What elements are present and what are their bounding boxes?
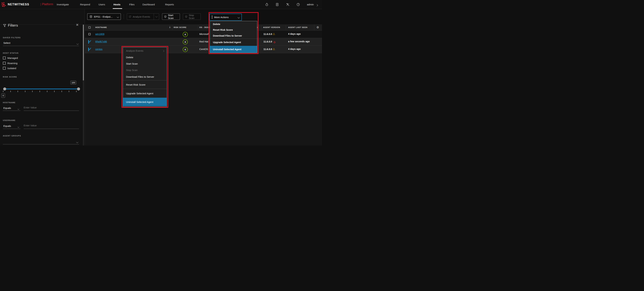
menu-item-stop-scan[interactable]: Stop Scan [123,67,166,73]
menu-item-uninstall-agent[interactable]: Uninstall Selected Agent [123,98,166,106]
risk-score-badge: 0 [183,40,188,44]
roaming-checkbox-icon[interactable] [3,62,6,64]
menu-item-upgrade-agent[interactable]: Upgrade Selected Agent [123,89,166,98]
service-selector-button[interactable]: EPS1 - Endpoi... [87,14,121,20]
col-hostname[interactable]: HOSTNAME [95,26,107,28]
nav-item-investigate[interactable]: Investigate [57,3,69,6]
jobs-icon[interactable] [275,3,279,6]
more-actions-button[interactable]: More Actions [210,14,242,21]
row-checkbox[interactable] [88,33,90,35]
menu-item-analyze-events[interactable]: Analyze Events [123,47,166,54]
close-filters-icon[interactable]: ✕ [76,23,79,27]
hostname-operator-chevron-icon[interactable] [18,107,19,110]
help-icon[interactable]: ? [296,3,300,6]
stop-scan-button[interactable]: Stop Scan [183,14,201,20]
saved-filters-underline [3,46,79,46]
risk-score-max-value: 100 [70,81,76,84]
risk-score-min-value: 0 [1,94,5,98]
slider-tick [69,90,69,92]
slider-tick [32,90,32,92]
service-chevron-icon [117,15,119,18]
top-nav: NETWITNESS | Platform Investigate Respon… [0,0,322,9]
menu-item-delete[interactable]: Delete [123,54,166,60]
risk-slider-track[interactable] [5,88,78,89]
checkbox-managed[interactable]: Managed [3,56,18,60]
risk-slider-handle-min[interactable] [3,88,6,90]
service-selector-label: EPS1 - Endpoi... [94,15,112,18]
admin-tools-icon[interactable] [286,3,290,6]
username-operator-chevron-icon[interactable] [18,125,19,128]
column-settings-gear-icon[interactable]: ⚙ [316,26,319,29]
nav-item-files[interactable]: Files [129,3,134,6]
saved-filters-select[interactable]: Select [3,42,10,44]
saved-filters-chevron-icon[interactable] [77,42,78,45]
menu-item-reset-risk-score[interactable]: Reset Risk Score [123,80,166,89]
user-menu-chevron-icon [316,4,318,7]
col-os-desc[interactable]: OS - DESC [199,26,210,28]
nav-item-reports[interactable]: Reports [165,3,174,6]
isolated-checkbox-icon[interactable] [3,67,6,70]
row-checkbox-checked[interactable] [88,48,89,51]
stopwatch-icon[interactable] [265,3,269,6]
menu-item-download-files[interactable]: Download Files to Server [210,33,257,38]
row-context-menu: Analyze Events Delete Start Scan Stop Sc… [123,47,167,107]
table-row[interactable]: centos 0 CentOS r 11.6.0.0 ⚠ 4 days ago [85,46,322,53]
checkbox-roaming[interactable]: Roaming [3,62,18,64]
warning-triangle-icon: ⚠ [273,48,275,50]
menu-item-uninstall-agent[interactable]: Uninstall Selected Agent [210,46,257,53]
analyze-events-label: Analyze Events [133,15,150,18]
last-seen-cell: 4 days ago [288,48,301,50]
col-agent-version[interactable]: AGENT VERSION [263,26,280,28]
nav-item-hosts[interactable]: Hosts [114,3,120,6]
sort-desc-icon[interactable]: ↓ [169,26,171,29]
hostname-value-input[interactable] [24,106,77,109]
analyze-events-button[interactable]: Analyze Events [127,14,159,20]
submenu-chevron-icon [162,49,164,52]
nav-item-respond[interactable]: Respond [80,3,90,6]
analyze-events-chevron[interactable] [154,14,159,20]
os-cell: CentOS r [199,48,210,50]
slider-tick [18,90,18,92]
more-actions-chevron-icon [238,16,240,19]
menu-item-download-files[interactable]: Download Files to Server [123,73,166,80]
hostname-link[interactable]: centos [95,48,102,50]
table-row[interactable]: Rhel67x86 0 Red Hat 11.6.0.0 ! a few sec… [85,38,322,46]
hostname-link[interactable]: win1809 [95,33,104,36]
stop-scan-label: Stop Scan [189,14,199,20]
select-all-checkbox[interactable] [88,26,90,28]
agent-version-cell: 11.6.0.0 [264,48,272,50]
slider-tick [76,90,76,92]
col-agent-last-seen[interactable]: AGENT LAST SEEN [288,26,308,28]
nav-item-users[interactable]: Users [98,3,105,6]
agent-groups-chevron-icon[interactable] [76,140,78,144]
risk-slider-handle-max[interactable] [77,88,80,90]
managed-checkbox-icon[interactable] [3,56,6,60]
os-cell: Red Hat [199,40,208,43]
slider-tick [40,90,40,92]
checkbox-isolated[interactable]: Isolated [3,67,16,70]
menu-item-delete[interactable]: Delete [210,21,257,27]
shield-check-icon [164,15,167,18]
agent-version-cell: 11.6.0.0 [264,33,272,36]
slider-tick [25,90,25,92]
col-risk-score[interactable]: RISK SCORE [174,26,186,28]
username-operator-select[interactable]: Equals [3,124,11,128]
hostname-operator-select[interactable]: Equals [3,106,11,110]
table-row[interactable]: win1809 0 Microsoft 11.6.0.0 ⚠ 4 days ag… [85,30,322,38]
menu-item-upgrade-agent[interactable]: Upgrade Selected Agent [210,39,257,46]
hostname-link[interactable]: Rhel67x86 [95,40,107,43]
sidebar-scrollbar-thumb[interactable] [83,25,84,80]
last-seen-cell: a few seconds ago [288,40,310,43]
more-actions-menu: Delete Reset Risk Score Download Files t… [210,21,257,53]
risk-score-badge: 0 [183,32,188,37]
menu-item-reset-risk-score[interactable]: Reset Risk Score [210,27,257,33]
slider-tick [47,90,47,92]
username-value-input[interactable] [24,124,77,127]
kebab-icon [212,16,212,19]
nav-item-dashboard[interactable]: Dashboard [142,3,155,6]
row-checkbox-checked[interactable] [88,40,89,44]
risk-score-badge: 0 [183,47,188,52]
user-menu[interactable]: admin [307,3,314,6]
menu-item-start-scan[interactable]: Start Scan [123,60,166,67]
start-scan-button[interactable]: Start Scan [162,14,180,20]
